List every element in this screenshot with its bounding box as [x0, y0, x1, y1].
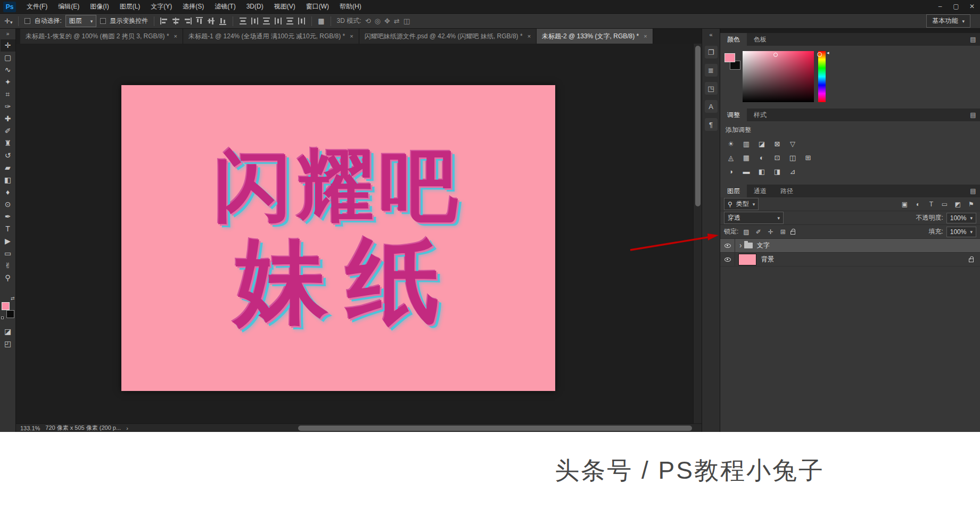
- foreground-color-swatch[interactable]: [724, 53, 735, 62]
- lock-transparent-icon[interactable]: ▨: [742, 228, 751, 236]
- menu-filter[interactable]: 滤镜(T): [209, 0, 241, 13]
- adj-black-white-icon[interactable]: ◐: [756, 153, 767, 163]
- 3d-scale-icon[interactable]: ◫: [403, 18, 410, 25]
- tool-hand[interactable]: ✌: [1, 260, 15, 272]
- swap-colors-icon[interactable]: ⇄: [11, 296, 15, 301]
- vertical-scrollbar-thumb[interactable]: [695, 46, 701, 206]
- align-right-icon[interactable]: [184, 18, 192, 24]
- tool-blur[interactable]: ♦: [1, 186, 15, 198]
- tool-clone-stamp[interactable]: ♜: [1, 137, 15, 149]
- menu-image[interactable]: 图像(I): [85, 0, 114, 13]
- filter-smart-objects-icon[interactable]: ◩: [953, 201, 963, 208]
- filter-shape-layers-icon[interactable]: ▭: [940, 201, 950, 208]
- zoom-level[interactable]: 133.1%: [20, 425, 40, 431]
- lock-all-icon[interactable]: [790, 231, 795, 235]
- adj-brightness-contrast-icon[interactable]: ☀: [726, 139, 736, 149]
- tool-dodge[interactable]: ⊙: [1, 198, 15, 211]
- 3d-roll-icon[interactable]: ◎: [375, 18, 381, 25]
- distribute-top-icon[interactable]: [239, 18, 247, 24]
- distribute-bottom-icon[interactable]: [262, 18, 270, 24]
- menu-type[interactable]: 文字(Y): [145, 0, 177, 13]
- tab-close-icon[interactable]: ×: [350, 33, 353, 39]
- adj-invert-icon[interactable]: ◑: [726, 166, 736, 177]
- tool-move[interactable]: ✛: [1, 39, 15, 52]
- visibility-toggle[interactable]: [720, 253, 735, 266]
- menu-edit[interactable]: 编辑(E): [53, 0, 85, 13]
- adj-gradient-map-icon[interactable]: ◨: [772, 166, 783, 177]
- canvas-area[interactable]: 闪耀吧 妹纸: [16, 44, 693, 423]
- 3d-orbit-icon[interactable]: ⟲: [365, 18, 371, 25]
- tab-close-icon[interactable]: ×: [174, 33, 177, 39]
- layer-row-text-group[interactable]: › 文字: [720, 239, 980, 253]
- tool-quick-select[interactable]: ✦: [1, 76, 15, 88]
- distribute-left-icon[interactable]: [275, 17, 282, 25]
- foreground-color-swatch[interactable]: [2, 302, 10, 310]
- horizontal-scrollbar-thumb[interactable]: [298, 426, 692, 431]
- tool-history-brush[interactable]: ↺: [1, 149, 15, 162]
- tool-zoom[interactable]: ⚲: [1, 272, 15, 284]
- status-chevron-icon[interactable]: ›: [126, 425, 128, 431]
- layer-name[interactable]: 文字: [757, 241, 770, 250]
- hue-slider-marker[interactable]: [817, 52, 822, 57]
- lock-pixels-icon[interactable]: ✐: [754, 228, 763, 236]
- document-tab-3[interactable]: 闪耀吧妹纸源文件.psd @ 42.4% (闪耀吧 妹纸, RGB/8) * ×: [359, 29, 537, 44]
- tool-healing-brush[interactable]: ✚: [1, 113, 15, 125]
- paragraph-panel-icon[interactable]: ¶: [705, 118, 718, 131]
- toolbar-expand-icon[interactable]: »: [6, 29, 10, 39]
- tab-styles[interactable]: 样式: [747, 109, 773, 121]
- group-expand-caret[interactable]: ›: [739, 241, 742, 249]
- distribute-h-center-icon[interactable]: [286, 18, 294, 24]
- background-color-swatch[interactable]: [6, 310, 14, 318]
- collapse-panels-icon[interactable]: «: [709, 29, 712, 40]
- hue-slider[interactable]: [818, 51, 826, 102]
- menu-view[interactable]: 视图(V): [269, 0, 301, 13]
- tab-layers[interactable]: 图层: [720, 185, 747, 197]
- tab-color[interactable]: 颜色: [720, 33, 747, 46]
- auto-select-target-dropdown[interactable]: 图层 ▾: [65, 15, 97, 27]
- tool-path-select[interactable]: ▶: [1, 235, 15, 247]
- tool-crop[interactable]: ⌗: [1, 88, 15, 101]
- lock-artboard-icon[interactable]: ⊞: [778, 228, 787, 236]
- fill-dropdown[interactable]: 100% ▾: [946, 227, 976, 237]
- filter-toggle-icon[interactable]: ⚑: [966, 201, 976, 208]
- document-tab-1[interactable]: 未标题-1-恢复的 @ 100% (椭圆 2 拷贝 3, RGB/8) * ×: [20, 29, 183, 44]
- tool-gradient[interactable]: ◧: [1, 174, 15, 186]
- menu-select[interactable]: 选择(S): [177, 0, 209, 13]
- filter-adjustment-layers-icon[interactable]: ◐: [913, 201, 923, 208]
- filter-pixel-layers-icon[interactable]: ▣: [900, 201, 910, 208]
- color-picker-marker[interactable]: [773, 53, 778, 57]
- saturation-brightness-picker[interactable]: [743, 51, 814, 102]
- show-transform-checkbox[interactable]: [100, 18, 106, 24]
- tool-rectangle[interactable]: ▭: [1, 247, 15, 260]
- adj-channel-mixer-icon[interactable]: ◫: [787, 153, 798, 163]
- maximize-button[interactable]: ▢: [948, 0, 964, 13]
- tab-adjustments[interactable]: 调整: [720, 109, 747, 121]
- menu-file[interactable]: 文件(F): [21, 0, 53, 13]
- auto-align-icon[interactable]: ▦: [318, 18, 324, 25]
- menu-window[interactable]: 窗口(W): [301, 0, 334, 13]
- adj-vibrance-icon[interactable]: ▽: [787, 139, 798, 149]
- adj-levels-icon[interactable]: ▥: [741, 139, 752, 149]
- collapsed-panel-icon-2[interactable]: ≣: [705, 64, 718, 77]
- close-button[interactable]: ✕: [964, 0, 980, 13]
- tab-close-icon[interactable]: ×: [644, 33, 647, 39]
- menu-help[interactable]: 帮助(H): [334, 0, 367, 13]
- minimize-button[interactable]: –: [932, 0, 948, 13]
- tool-type[interactable]: T: [1, 223, 15, 235]
- filter-type-layers-icon[interactable]: T: [926, 201, 936, 208]
- adj-posterize-icon[interactable]: ▬: [741, 166, 752, 177]
- tab-paths[interactable]: 路径: [773, 185, 800, 197]
- color-swatch-widget[interactable]: ⇄: [1, 302, 15, 318]
- document-canvas[interactable]: 闪耀吧 妹纸: [121, 85, 555, 391]
- 3d-pan-icon[interactable]: ✥: [384, 18, 390, 25]
- tab-close-icon[interactable]: ×: [528, 33, 531, 39]
- panel-menu-icon[interactable]: ▤: [966, 109, 980, 121]
- adj-color-lookup-icon[interactable]: ⊞: [803, 153, 813, 163]
- layer-filter-dropdown[interactable]: ⚲ 类型 ▾: [724, 198, 759, 210]
- tool-preset-button[interactable]: ✛ ▾: [4, 18, 12, 25]
- tool-pen[interactable]: ✒: [1, 211, 15, 223]
- auto-select-checkbox[interactable]: [24, 18, 30, 24]
- 3d-slide-icon[interactable]: ⇄: [394, 18, 400, 25]
- tool-marquee[interactable]: ▢: [1, 52, 15, 64]
- layer-name[interactable]: 背景: [761, 255, 774, 264]
